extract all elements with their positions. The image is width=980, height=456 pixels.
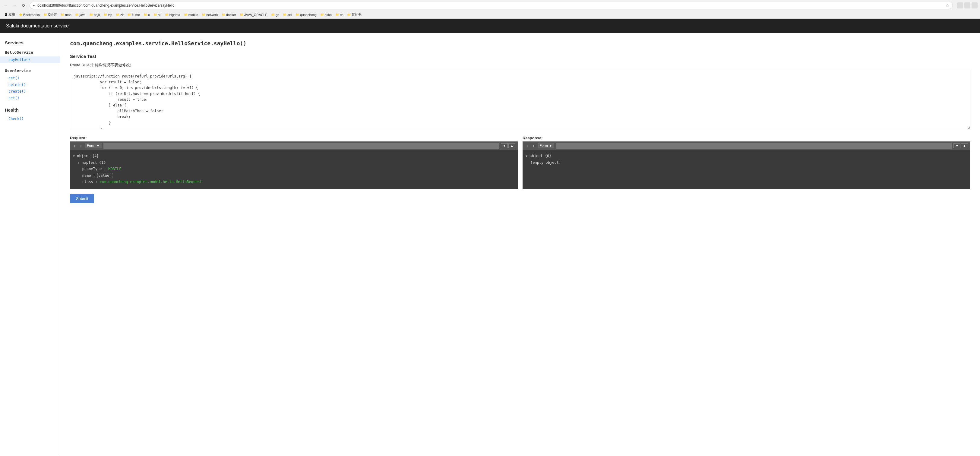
bookmark-item-akka[interactable]: 📁akka [319,12,333,17]
response-search-input[interactable] [556,143,951,149]
bookmark-item-arti[interactable]: 📁arti [282,12,293,17]
bookmark-item-mac[interactable]: 📁mac [59,12,73,17]
bookmark-item-flume[interactable]: 📁flume [126,12,142,17]
response-label: Response: [523,136,970,140]
health-section-title: Health [0,105,60,115]
bookmark-label: mac [65,13,72,17]
json-phonetype-row: phoneType : MOBILE [73,166,515,172]
bookmark-label: bigdata [169,13,180,17]
services-section-title: Services [0,38,60,48]
bookmark-item-docker[interactable]: 📁docker [220,12,238,17]
sidebar-item-set[interactable]: set() [0,95,60,101]
sidebar-item-check[interactable]: Check() [0,115,60,122]
bookmark-icon: 📁 [153,13,157,16]
bookmark-icon: 📁 [184,13,188,16]
bookmark-item-zk[interactable]: 📁zk [114,12,125,17]
bookmark-icon: 📁 [89,13,93,16]
json-class-value: com.quancheng.examples.model.hello.Hello… [100,180,202,184]
maptest-expand-icon[interactable]: ▶ [78,161,80,164]
json-phonetype-value: MOBILE [108,167,121,171]
bookmark-label: pajk [94,13,100,17]
bookmark-item-network[interactable]: 📁network [200,12,220,17]
bookmark-icon: 📁 [335,13,339,16]
refresh-button[interactable]: ⟳ [21,2,27,9]
bookmark-icon: 📁 [347,13,351,16]
bookmark-label: mobile [188,13,198,17]
service-test-label: Service Test [70,54,970,59]
response-expand-btn[interactable]: ↕ [525,143,530,149]
lock-icon: ● [33,4,35,7]
bookmark-icon: 📁 [271,13,275,16]
bookmarks-bar: 📱应用⭐Bookmarks📁C语言📁mac📁java📁pajk📁vip📁zk📁f… [0,11,980,19]
form-label: Form [87,143,95,148]
bookmark-icon: 📁 [296,13,299,16]
forward-button[interactable]: → [11,2,18,9]
bookmark-label: flume [132,13,140,17]
bookmark-item-go[interactable]: 📁go [270,12,281,17]
request-arrow-down[interactable]: ▼ [501,143,508,148]
browser-chrome: ← → ⟳ ● localhost:8080/doc#!function/com… [0,0,980,19]
dropdown-arrow-icon: ▼ [96,143,100,148]
bookmark-label: es [340,13,344,17]
app-title: Saluki documentation service [6,23,69,28]
bookmark-icon: 📁 [127,13,131,16]
bookmark-label: vip [108,13,112,17]
bookmark-item-java[interactable]: 📁java [73,12,87,17]
bookmark-icon: 📁 [240,13,243,16]
bookmark-icon: 📁 [202,13,205,16]
bookmark-item-java_oracle[interactable]: 📁JAVA_ORACLE [238,12,269,17]
bookmark-label: JAVA_ORACLE [244,13,267,17]
request-arrow-up[interactable]: ▲ [508,143,515,148]
bookmark-icon: 📁 [103,13,107,16]
response-collapse-btn[interactable]: ↕ [531,143,536,149]
bookmark-item-c语言[interactable]: 📁C语言 [42,12,59,18]
star-icon: ☆ [946,3,950,8]
bookmark-label: Bookmarks [23,13,40,17]
bookmark-item-bigdata[interactable]: 📁bigdata [164,12,182,17]
bookmark-item-pajk[interactable]: 📁pajk [88,12,101,17]
ext-icon-2 [964,2,970,8]
sidebar-item-create[interactable]: create() [0,88,60,95]
bookmark-label: c [148,13,150,17]
submit-button[interactable]: Submit [70,194,94,203]
bookmark-item-mobile[interactable]: 📁mobile [183,12,200,17]
json-root-key: object {4} [77,154,99,158]
bookmark-item-ali[interactable]: 📁ali [152,12,163,17]
response-arrow-down[interactable]: ▼ [953,143,960,148]
route-rule-label: Route Rule(非特殊情况不要做修改) [70,62,970,68]
root-expand-icon[interactable]: ▼ [73,155,75,158]
bookmark-icon: 📁 [222,13,225,16]
sidebar-item-sayHello[interactable]: sayHello() [0,56,60,63]
response-form-dropdown[interactable]: Form ▼ [538,143,554,148]
bookmark-item-应用[interactable]: 📱应用 [2,12,17,18]
response-arrow-up[interactable]: ▲ [961,143,968,148]
bookmark-item-quancheng[interactable]: 📁quancheng [294,12,318,17]
bookmark-icon: ⭐ [19,13,22,16]
bookmark-item-vip[interactable]: 📁vip [102,12,114,17]
request-arrow-btns: ▼ ▲ [501,143,515,148]
json-colon-2: : [93,174,97,178]
bookmark-label: C语言 [48,12,57,17]
bookmark-item-c[interactable]: 📁c [142,12,151,17]
json-name-input[interactable] [97,173,113,178]
bookmark-item-bookmarks[interactable]: ⭐Bookmarks [17,12,41,17]
bookmark-item-es[interactable]: 📁es [334,12,345,17]
route-rule-editor[interactable]: javascript://function route(refUrl,provi… [70,70,970,130]
back-button[interactable]: ← [2,2,9,9]
json-maptest-row: ▶ mapTest {1} [73,159,515,166]
request-expand-btn[interactable]: ↕ [72,143,77,149]
sidebar-item-delete[interactable]: delete() [0,81,60,88]
response-root-expand-icon[interactable]: ▼ [526,155,527,158]
bookmark-label: ali [158,13,161,17]
bookmark-icon: 📁 [165,13,169,16]
sidebar-item-get[interactable]: get() [0,75,60,81]
response-arrow-btns: ▼ ▲ [953,143,968,148]
bookmark-label: akka [325,13,332,17]
request-search-input[interactable] [103,143,499,149]
request-collapse-btn[interactable]: ↕ [79,143,83,149]
response-dropdown-arrow-icon: ▼ [549,143,552,148]
request-form-dropdown[interactable]: Form ▼ [85,143,102,148]
bookmark-item-其他书[interactable]: 📁其他书 [345,12,363,18]
app-header: Saluki documentation service [0,19,980,33]
browser-nav: ← → ⟳ ● localhost:8080/doc#!function/com… [0,0,980,11]
